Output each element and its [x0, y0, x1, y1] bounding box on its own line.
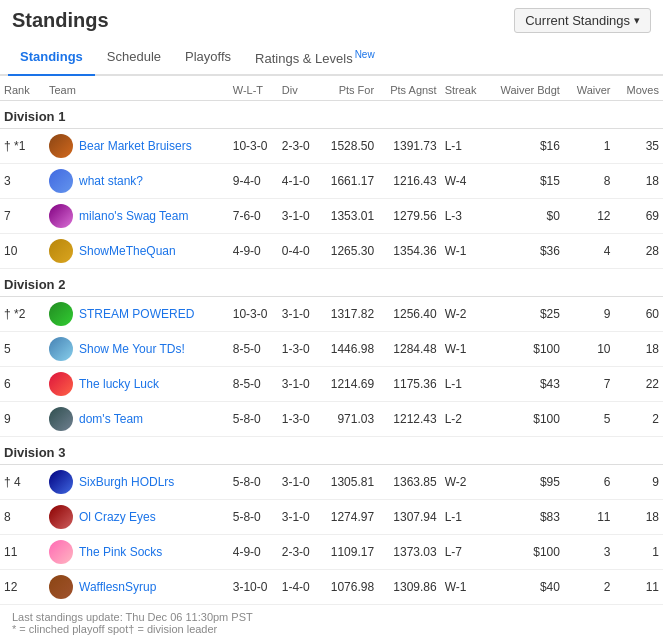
wlt-cell: 8-5-0 — [229, 332, 278, 367]
moves-cell: 35 — [617, 129, 663, 164]
rank-cell: 3 — [0, 164, 45, 199]
team-name[interactable]: The lucky Luck — [79, 377, 159, 391]
team-name[interactable]: Show Me Your TDs! — [79, 342, 185, 356]
waiver-cell: 8 — [564, 164, 617, 199]
table-row: 6 The lucky Luck 8-5-0 3-1-0 1214.69 117… — [0, 367, 663, 402]
col-pts-for: Pts For — [319, 80, 378, 101]
page-title: Standings — [12, 9, 109, 32]
team-avatar — [49, 134, 73, 158]
waiver-cell: 7 — [564, 367, 617, 402]
division-header-row: Division 3 — [0, 437, 663, 465]
team-name[interactable]: ShowMeTheQuan — [79, 244, 176, 258]
team-name[interactable]: The Pink Socks — [79, 545, 162, 559]
waiver-bdgt-cell: $25 — [486, 297, 564, 332]
team-name[interactable]: milano's Swag Team — [79, 209, 188, 223]
moves-cell: 18 — [617, 500, 663, 535]
tab-ratings[interactable]: Ratings & LevelsNew — [243, 41, 387, 74]
pts-agnst-cell: 1284.48 — [378, 332, 441, 367]
table-row: † 4 SixBurgh HODLrs 5-8-0 3-1-0 1305.81 … — [0, 465, 663, 500]
team-name[interactable]: Bear Market Bruisers — [79, 139, 192, 153]
tab-standings[interactable]: Standings — [8, 41, 95, 76]
waiver-bdgt-cell: $95 — [486, 465, 564, 500]
team-name[interactable]: dom's Team — [79, 412, 143, 426]
pts-agnst-cell: 1309.86 — [378, 570, 441, 605]
team-cell: milano's Swag Team — [45, 199, 229, 234]
new-badge: New — [355, 49, 375, 60]
moves-cell: 2 — [617, 402, 663, 437]
wlt-cell: 3-10-0 — [229, 570, 278, 605]
moves-cell: 69 — [617, 199, 663, 234]
team-cell: dom's Team — [45, 402, 229, 437]
moves-cell: 22 — [617, 367, 663, 402]
table-row: 11 The Pink Socks 4-9-0 2-3-0 1109.17 13… — [0, 535, 663, 570]
team-name[interactable]: SixBurgh HODLrs — [79, 475, 174, 489]
wlt-cell: 8-5-0 — [229, 367, 278, 402]
table-row: 10 ShowMeTheQuan 4-9-0 0-4-0 1265.30 135… — [0, 234, 663, 269]
team-cell: WafflesnSyrup — [45, 570, 229, 605]
waiver-cell: 12 — [564, 199, 617, 234]
pts-for-cell: 1274.97 — [319, 500, 378, 535]
streak-cell: W-1 — [441, 570, 487, 605]
col-moves: Moves — [617, 80, 663, 101]
streak-cell: W-1 — [441, 332, 487, 367]
team-avatar — [49, 505, 73, 529]
pts-agnst-cell: 1212.43 — [378, 402, 441, 437]
rank-cell: 11 — [0, 535, 45, 570]
col-team: Team — [45, 80, 229, 101]
tab-schedule[interactable]: Schedule — [95, 41, 173, 74]
div-cell: 2-3-0 — [278, 129, 319, 164]
div-cell: 1-3-0 — [278, 332, 319, 367]
team-name[interactable]: what stank? — [79, 174, 143, 188]
streak-cell: W-2 — [441, 465, 487, 500]
moves-cell: 18 — [617, 164, 663, 199]
wlt-cell: 5-8-0 — [229, 402, 278, 437]
div-cell: 3-1-0 — [278, 367, 319, 402]
rank-cell: † *1 — [0, 129, 45, 164]
division-header-row: Division 2 — [0, 269, 663, 297]
waiver-cell: 6 — [564, 465, 617, 500]
col-streak: Streak — [441, 80, 487, 101]
rank-cell: 9 — [0, 402, 45, 437]
col-pts-agnst: Pts Agnst — [378, 80, 441, 101]
footer-note: * = clinched playoff spot† = division le… — [12, 623, 651, 635]
pts-agnst-cell: 1307.94 — [378, 500, 441, 535]
pts-for-cell: 1265.30 — [319, 234, 378, 269]
table-row: 9 dom's Team 5-8-0 1-3-0 971.03 1212.43 … — [0, 402, 663, 437]
team-name[interactable]: Ol Crazy Eyes — [79, 510, 156, 524]
waiver-cell: 10 — [564, 332, 617, 367]
tab-playoffs[interactable]: Playoffs — [173, 41, 243, 74]
table-row: 3 what stank? 9-4-0 4-1-0 1661.17 1216.4… — [0, 164, 663, 199]
waiver-bdgt-cell: $100 — [486, 535, 564, 570]
rank-cell: 7 — [0, 199, 45, 234]
team-avatar — [49, 239, 73, 263]
table-row: † *2 STREAM POWERED 10-3-0 3-1-0 1317.82… — [0, 297, 663, 332]
wlt-cell: 4-9-0 — [229, 234, 278, 269]
streak-cell: L-1 — [441, 129, 487, 164]
moves-cell: 11 — [617, 570, 663, 605]
div-cell: 4-1-0 — [278, 164, 319, 199]
streak-cell: W-1 — [441, 234, 487, 269]
wlt-cell: 5-8-0 — [229, 465, 278, 500]
team-cell: Show Me Your TDs! — [45, 332, 229, 367]
waiver-bdgt-cell: $100 — [486, 402, 564, 437]
div-cell: 3-1-0 — [278, 465, 319, 500]
waiver-bdgt-cell: $83 — [486, 500, 564, 535]
moves-cell: 60 — [617, 297, 663, 332]
team-cell: SixBurgh HODLrs — [45, 465, 229, 500]
footer: Last standings update: Thu Dec 06 11:30p… — [0, 605, 663, 636]
standings-table: Rank Team W-L-T Div Pts For Pts Agnst St… — [0, 80, 663, 605]
team-cell: what stank? — [45, 164, 229, 199]
streak-cell: W-4 — [441, 164, 487, 199]
pts-for-cell: 1528.50 — [319, 129, 378, 164]
waiver-bdgt-cell: $16 — [486, 129, 564, 164]
pts-for-cell: 1446.98 — [319, 332, 378, 367]
current-standings-dropdown[interactable]: Current Standings ▾ — [514, 8, 651, 33]
waiver-cell: 4 — [564, 234, 617, 269]
team-avatar — [49, 407, 73, 431]
streak-cell: L-7 — [441, 535, 487, 570]
team-name[interactable]: WafflesnSyrup — [79, 580, 156, 594]
div-cell: 3-1-0 — [278, 199, 319, 234]
team-name[interactable]: STREAM POWERED — [79, 307, 194, 321]
table-row: 8 Ol Crazy Eyes 5-8-0 3-1-0 1274.97 1307… — [0, 500, 663, 535]
waiver-cell: 11 — [564, 500, 617, 535]
